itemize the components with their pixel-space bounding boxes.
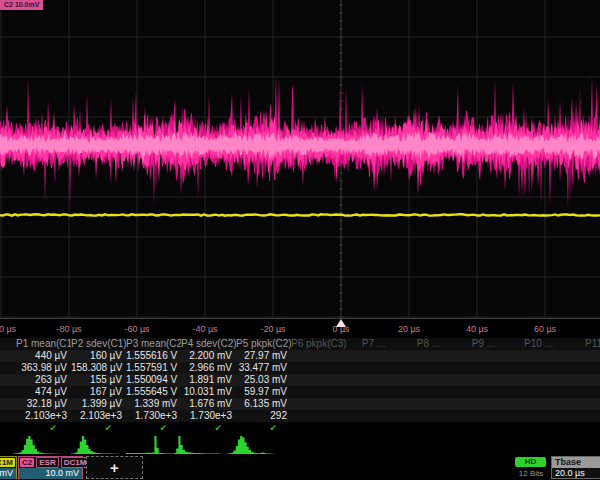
param-header[interactable]: P8 ...: [401, 338, 456, 350]
time-axis-label: -20 µs: [260, 324, 285, 334]
param-value: 167 µV: [71, 386, 126, 398]
param-value: 263 µV: [16, 374, 71, 386]
c2-volts-per-div: 10.0 mV: [19, 468, 82, 479]
trigger-position-marker[interactable]: [336, 319, 346, 327]
time-axis-label: 60 µs: [534, 324, 556, 334]
time-axis-label: 20 µs: [398, 324, 420, 334]
histicon[interactable]: [126, 433, 174, 455]
param-header[interactable]: P3 mean(C2): [126, 338, 181, 350]
param-value: 1.550094 V: [126, 374, 181, 386]
param-value: 1.676 mV: [181, 398, 236, 410]
trace-mini-label: C2 10.0mV: [0, 0, 43, 10]
param-value: 2.103e+3: [71, 410, 126, 422]
time-axis: -100 µs-80 µs-60 µs-40 µs-20 µs0 µs20 µs…: [0, 319, 600, 338]
param-header[interactable]: P1 mean(C1): [16, 338, 71, 350]
histicon[interactable]: [227, 433, 275, 455]
timebase-value: 20.0 µs: [552, 468, 600, 479]
timebase-title: Tbase: [552, 457, 600, 468]
param-value: 1.730e+3: [126, 410, 181, 422]
param-header[interactable]: P6 pkpk(C3): [291, 338, 346, 350]
param-value: 1.557591 V: [126, 362, 181, 374]
oscilloscope-screen: C2 10.0mV -100 µs-80 µs-60 µs-40 µs-20 µ…: [0, 0, 600, 480]
param-value: 6.135 mV: [236, 398, 291, 410]
time-axis-label: -100 µs: [0, 324, 16, 334]
param-header[interactable]: P11: [566, 338, 600, 350]
descriptor-bar: DC1M 10.0 mV C2 ESR DC1M 10.0 mV + HD 12…: [0, 456, 600, 480]
param-value: 2.103e+3: [16, 410, 71, 422]
hd-bits-label: 12 Bits: [511, 469, 551, 478]
histicon[interactable]: [71, 433, 119, 455]
param-header[interactable]: P5 pkpk(C2): [236, 338, 291, 350]
param-value: 2.966 mV: [181, 362, 236, 374]
param-value: 474 µV: [16, 386, 71, 398]
time-axis-label: -60 µs: [124, 324, 149, 334]
histicon[interactable]: [174, 433, 222, 455]
param-header[interactable]: P10 ...: [511, 338, 566, 350]
histicon[interactable]: [13, 433, 61, 455]
param-value: 1.555645 V: [126, 386, 181, 398]
c2-esr-badge: ESR: [36, 457, 58, 468]
time-axis-label: -40 µs: [192, 324, 217, 334]
param-header[interactable]: P9 ...: [456, 338, 511, 350]
param-value: 292: [236, 410, 291, 422]
param-value: 25.03 mV: [236, 374, 291, 386]
param-header[interactable]: P2 sdev(C1): [71, 338, 126, 350]
param-header[interactable]: P4 sdev(C2): [181, 338, 236, 350]
param-value: 59.97 mV: [236, 386, 291, 398]
time-axis-label: -80 µs: [56, 324, 81, 334]
param-value: 32.18 µV: [16, 398, 71, 410]
param-value: 155 µV: [71, 374, 126, 386]
time-axis-label: 40 µs: [466, 324, 488, 334]
param-value: 1.730e+3: [181, 410, 236, 422]
param-value: 1.891 mV: [181, 374, 236, 386]
param-value: 27.97 mV: [236, 350, 291, 362]
param-value: 440 µV: [16, 350, 71, 362]
channel-c1-descriptor[interactable]: DC1M 10.0 mV: [0, 456, 17, 479]
waveform-plot: [0, 0, 600, 318]
c1-volts-per-div: 10.0 mV: [0, 468, 16, 479]
param-value: 158.308 µV: [71, 362, 126, 374]
param-value: 1.339 mV: [126, 398, 181, 410]
measurement-table: P1 mean(C1)P2 sdev(C1)P3 mean(C2)P4 sdev…: [0, 338, 600, 434]
add-trace-button[interactable]: +: [86, 456, 143, 479]
timebase-descriptor[interactable]: Tbase 20.0 µs: [551, 456, 600, 479]
param-value: 33.477 mV: [236, 362, 291, 374]
c1-coupling-badge: DC1M: [0, 458, 15, 467]
param-value: 10.031 mV: [181, 386, 236, 398]
param-value: 1.555616 V: [126, 350, 181, 362]
param-value: 160 µV: [71, 350, 126, 362]
parameter-histicons: [0, 432, 600, 456]
param-value: 1.399 µV: [71, 398, 126, 410]
waveform-grid[interactable]: C2 10.0mV: [0, 0, 600, 319]
param-value: 363.98 µV: [16, 362, 71, 374]
hd-mode-badge[interactable]: HD: [515, 457, 546, 467]
param-value: 2.200 mV: [181, 350, 236, 362]
c2-channel-badge: C2: [20, 458, 34, 467]
param-header[interactable]: P7 ...: [346, 338, 401, 350]
channel-c2-descriptor[interactable]: C2 ESR DC1M 10.0 mV: [18, 456, 83, 479]
